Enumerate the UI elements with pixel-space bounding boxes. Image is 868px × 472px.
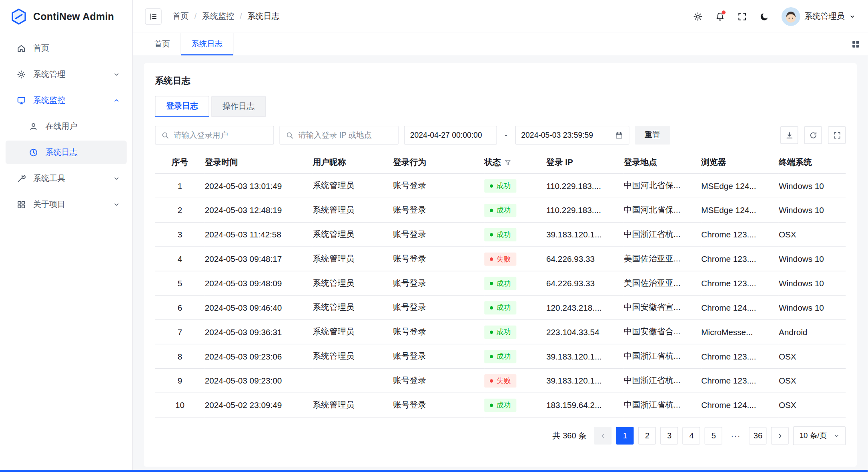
cell-ip: 110.229.183....: [546, 174, 624, 198]
login-user-search-field[interactable]: [155, 126, 274, 145]
filter-toolbar: 2024-04-27 00:00:00 - 2024-05-03 23:59:5…: [155, 126, 846, 145]
avatar: [781, 7, 800, 26]
sidebar-item-system-management[interactable]: 系统管理: [6, 62, 127, 86]
date-range-end[interactable]: 2024-05-03 23:59:59: [515, 126, 629, 145]
table-row[interactable]: 10 2024-05-02 23:09:49 系统管理员 账号登录 成功 183…: [155, 393, 846, 417]
chevron-down-icon: [834, 433, 840, 439]
table-row[interactable]: 5 2024-05-03 09:48:09 系统管理员 账号登录 成功 64.2…: [155, 271, 846, 295]
tab-system-logs[interactable]: 系统日志: [181, 33, 233, 55]
cell-action: 账号登录: [393, 344, 484, 369]
status-badge: 失败: [484, 374, 516, 387]
previous-page-button[interactable]: [594, 427, 612, 444]
date-end-value: 2024-05-03 23:59:59: [521, 131, 593, 139]
cell-nickname: 系统管理员: [313, 320, 393, 344]
reset-button[interactable]: 重置: [635, 126, 670, 145]
cell-action: 账号登录: [393, 393, 484, 417]
sidebar-item-system-logs[interactable]: 系统日志: [6, 141, 127, 164]
page-size-select[interactable]: 10 条/页: [793, 426, 846, 445]
column-header-login-time: 登录时间: [205, 157, 238, 167]
chevron-down-icon: [113, 201, 120, 208]
column-header-os: 终端系统: [779, 157, 812, 167]
table-row[interactable]: 9 2024-05-03 09:23:00 账号登录 失败 39.183.120…: [155, 368, 846, 393]
export-download-button[interactable]: [780, 126, 798, 144]
sidebar-item-system-tools[interactable]: 系统工具: [6, 167, 127, 190]
cell-index: 2: [155, 198, 204, 222]
column-header-index: 序号: [172, 157, 188, 167]
sidebar-item-online-users[interactable]: 在线用户: [6, 114, 127, 138]
table-row[interactable]: 8 2024-05-03 09:23:06 系统管理员 账号登录 成功 39.1…: [155, 344, 846, 369]
search-icon: [161, 131, 169, 139]
logo-icon: [10, 8, 28, 25]
cell-location: 中国浙江省杭...: [624, 344, 702, 369]
notification-badge-dot: [721, 10, 726, 14]
page-button[interactable]: 5: [705, 427, 722, 444]
tab-home[interactable]: 首页: [144, 33, 181, 55]
cell-browser: MSEdge 124...: [701, 198, 779, 222]
cell-status: 成功: [484, 344, 546, 369]
cell-location: 中国安徽省合...: [624, 320, 702, 344]
app-title: ContiNew Admin: [33, 11, 114, 22]
main-content: 系统日志 登录日志 操作日志: [133, 55, 868, 472]
page-button[interactable]: 4: [683, 427, 700, 444]
sidebar-item-system-monitor[interactable]: 系统监控: [6, 88, 127, 112]
page-button[interactable]: 1: [616, 427, 634, 444]
sidebar-item-about-project[interactable]: 关于项目: [6, 193, 127, 216]
refresh-button[interactable]: [804, 126, 822, 144]
table-row[interactable]: 2 2024-05-03 12:48:19 系统管理员 账号登录 成功 110.…: [155, 198, 846, 222]
table-row[interactable]: 3 2024-05-03 11:42:58 系统管理员 账号登录 成功 39.1…: [155, 222, 846, 247]
cell-browser: Chrome 123....: [701, 368, 779, 393]
settings-icon[interactable]: [693, 11, 703, 21]
login-user-search-input[interactable]: [174, 131, 268, 139]
filter-funnel-icon[interactable]: [504, 159, 511, 166]
page-button[interactable]: 3: [661, 427, 678, 444]
next-page-button[interactable]: [771, 427, 789, 444]
date-start-value: 2024-04-27 00:00:00: [410, 131, 482, 139]
cell-location: 中国浙江省杭...: [624, 393, 702, 417]
column-header-browser: 浏览器: [701, 157, 726, 167]
cell-ip: 39.183.120.1...: [546, 344, 624, 369]
breadcrumb-system-monitor[interactable]: 系统监控: [202, 11, 234, 22]
table-row[interactable]: 4 2024-05-03 09:48:17 系统管理员 账号登录 失败 64.2…: [155, 247, 846, 271]
tab-operation-logs[interactable]: 操作日志: [211, 96, 266, 117]
page-button[interactable]: 36: [749, 427, 767, 444]
login-ip-search-field[interactable]: [279, 126, 398, 145]
table-row[interactable]: 6 2024-05-03 09:46:40 系统管理员 账号登录 成功 120.…: [155, 295, 846, 320]
status-text: 失败: [497, 254, 511, 264]
sidebar-item-home[interactable]: 首页: [6, 36, 127, 60]
cell-nickname: 系统管理员: [313, 393, 393, 417]
cell-location: 美国佐治亚亚...: [624, 271, 702, 295]
cell-browser: MSEdge 124...: [701, 174, 779, 198]
page-ellipsis[interactable]: ···: [727, 427, 745, 444]
monitor-icon: [16, 96, 26, 105]
status-dot: [490, 330, 493, 333]
sidebar-collapse-button[interactable]: [145, 8, 161, 24]
user-menu[interactable]: 系统管理员: [781, 7, 856, 26]
table-row[interactable]: 1 2024-05-03 13:01:49 系统管理员 账号登录 成功 110.…: [155, 174, 846, 198]
cell-action: 账号登录: [393, 247, 484, 271]
table-fullscreen-button[interactable]: [828, 126, 846, 144]
cell-nickname: 系统管理员: [313, 198, 393, 222]
table-row[interactable]: 7 2024-05-03 09:36:31 系统管理员 账号登录 成功 223.…: [155, 320, 846, 344]
notifications-bell-icon[interactable]: [715, 11, 725, 21]
settings-icon: [16, 70, 26, 79]
cell-browser: Chrome 124....: [701, 295, 779, 320]
cell-action: 账号登录: [393, 271, 484, 295]
cell-login-time: 2024-05-02 23:09:49: [205, 393, 313, 417]
breadcrumb-home[interactable]: 首页: [172, 11, 188, 22]
login-log-table: 序号 登录时间 用户昵称 登录行为 状态: [155, 151, 846, 418]
cell-login-time: 2024-05-03 12:48:19: [205, 198, 313, 222]
status-text: 成功: [497, 278, 511, 288]
date-range-start[interactable]: 2024-04-27 00:00:00: [404, 126, 497, 145]
app-logo[interactable]: ContiNew Admin: [0, 0, 132, 33]
tab-actions-menu[interactable]: [851, 33, 868, 55]
page-button[interactable]: 2: [638, 427, 656, 444]
fullscreen-icon[interactable]: [737, 11, 747, 21]
login-ip-search-input[interactable]: [298, 131, 392, 139]
cell-nickname: 系统管理员: [313, 247, 393, 271]
tab-label: 登录日志: [166, 101, 198, 111]
cell-ip: 223.104.33.54: [546, 320, 624, 344]
tab-login-logs[interactable]: 登录日志: [155, 96, 209, 117]
status-text: 成功: [497, 181, 511, 191]
dark-mode-moon-icon[interactable]: [759, 11, 769, 21]
log-type-tabs: 登录日志 操作日志: [155, 96, 846, 117]
